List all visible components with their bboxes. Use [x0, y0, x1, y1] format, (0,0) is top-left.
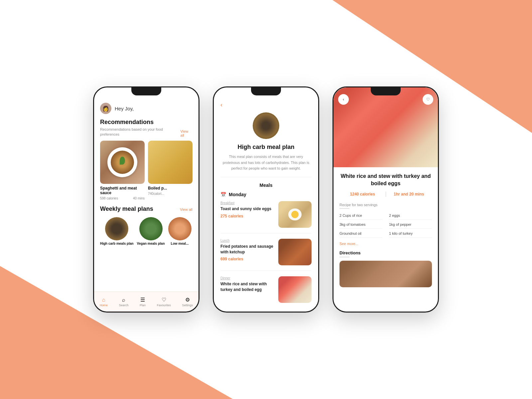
recipe-back-button[interactable]: ‹ — [338, 94, 349, 105]
favourites-icon: ♡ — [162, 297, 166, 303]
recipe-title: White rice and stew with turkey and boil… — [339, 173, 432, 188]
meal-plan-description: This meal plan consists of meals that ar… — [220, 154, 312, 172]
toast-img — [278, 201, 312, 228]
divider-2 — [220, 233, 312, 233]
directions-underline — [339, 257, 349, 257]
boiled-calories: 740calori... — [148, 192, 164, 196]
lunch-image — [278, 239, 312, 265]
low-label: Low meal... — [171, 242, 189, 245]
high-carb-img — [105, 217, 128, 240]
settings-icon: ⚙ — [185, 297, 190, 303]
recommendations-title: Recommendations — [100, 119, 181, 126]
settings-label: Settings — [182, 304, 193, 307]
low-img — [168, 217, 192, 240]
nav-search[interactable]: ⌕ Search — [119, 297, 129, 307]
dinner-image — [278, 276, 312, 303]
rice-img — [278, 276, 312, 303]
p1-header: 👩 Hey Joy, — [100, 103, 193, 114]
rec-card-boiled[interactable]: Boiled p... 740calori... — [148, 141, 193, 200]
greeting-text: Hey Joy, — [115, 106, 134, 111]
recommendations-section: Recommendations Recommendations based on… — [100, 119, 193, 200]
meal-plan-high-carb[interactable]: High carb meals plan — [100, 217, 134, 245]
lunch-text: Lunch Fried potatoes and sausage with ke… — [220, 239, 275, 262]
back-chevron-icon: ‹ — [343, 97, 344, 102]
spaghetti-plate — [107, 147, 137, 177]
vegan-img — [139, 217, 163, 240]
low-icon — [168, 217, 192, 240]
phone-1-content: 👩 Hey Joy, Recommendations Recommendatio… — [94, 87, 199, 245]
meal-plan-title: High carb meal plan — [220, 144, 312, 151]
breakfast-text: Breakfast Toast and sunny side eggs 275 … — [220, 201, 275, 218]
recipe-time: 1hr and 20 mins — [386, 192, 432, 197]
recommendations-header: Recommendations Recommendations based on… — [100, 119, 193, 137]
nav-favourites[interactable]: ♡ Favourites — [157, 297, 171, 307]
meal-plans-list: High carb meals plan Vegan meals plan — [100, 217, 193, 245]
spaghetti-meta: 598 calories 40 mins — [100, 197, 145, 200]
vegan-icon — [139, 217, 163, 240]
lunch-calories: 699 calories — [220, 257, 275, 261]
weekly-meal-plans-section: Weekly meal plans View all High carb mea… — [100, 205, 193, 245]
plan-label: Plan — [140, 304, 146, 307]
phone-2-notch — [251, 87, 281, 95]
meals-label: Meals — [220, 183, 312, 188]
day-header: 📅 Monday — [220, 192, 312, 197]
rec-card-spaghetti[interactable]: Spaghetti and meat sauce 598 calories 40… — [100, 141, 145, 200]
nav-settings[interactable]: ⚙ Settings — [182, 297, 193, 307]
dinner-entry[interactable]: Dinner White rice and stew with turkey a… — [220, 276, 312, 303]
phone-2-screen: ‹ High carb meal plan This meal plan con… — [214, 87, 318, 312]
breakfast-entry[interactable]: Breakfast Toast and sunny side eggs 275 … — [220, 201, 312, 228]
recommendations-view-all[interactable]: View all — [181, 129, 193, 137]
servings-underline — [339, 208, 349, 209]
weekly-title: Weekly meal plans — [100, 205, 153, 212]
home-label: Home — [100, 304, 108, 307]
back-button[interactable]: ‹ — [220, 101, 312, 108]
see-more-link[interactable]: See more... — [339, 242, 432, 246]
search-label: Search — [119, 304, 129, 307]
boiled-name: Boiled p... — [148, 186, 193, 191]
nav-plan[interactable]: ☰ Plan — [140, 297, 146, 307]
breakfast-calories: 275 calories — [220, 214, 275, 218]
boiled-image — [148, 141, 193, 184]
breakfast-name: Toast and sunny side eggs — [220, 206, 275, 212]
phone-3-notch — [371, 87, 401, 95]
spaghetti-image — [100, 141, 145, 184]
meal-plan-hero-image — [253, 112, 279, 139]
directions-image — [339, 261, 432, 287]
recipe-heart-button[interactable]: ♡ — [423, 94, 433, 105]
weekly-view-all[interactable]: View all — [180, 207, 193, 211]
lunch-name: Fried potatoes and sausage with ketchup — [220, 244, 275, 255]
meal-plan-low[interactable]: Low meal... — [168, 217, 192, 245]
phone-1-screen: 👩 Hey Joy, Recommendations Recommendatio… — [94, 87, 199, 312]
phone-2-content: ‹ High carb meal plan This meal plan con… — [214, 87, 318, 312]
ingredient-5: Groundnut oil — [339, 231, 382, 238]
nav-home[interactable]: ⌂ Home — [100, 297, 108, 307]
ingredient-6: 1 kilo of turkey — [389, 231, 432, 238]
recipe-servings: Recipe for two servings — [339, 203, 432, 207]
favourites-label: Favourites — [157, 304, 171, 307]
recipe-calories: 1240 calories — [339, 192, 386, 197]
heart-icon: ♡ — [426, 97, 430, 102]
home-icon: ⌂ — [102, 297, 105, 303]
divider-3 — [220, 271, 312, 271]
lunch-type: Lunch — [220, 239, 275, 242]
calendar-icon: 📅 — [220, 192, 226, 197]
ingredient-3: 3kg of tomatoes — [339, 222, 382, 229]
high-carb-label: High carb meals plan — [100, 242, 134, 245]
spaghetti-calories: 598 calories — [100, 197, 118, 200]
lunch-entry[interactable]: Lunch Fried potatoes and sausage with ke… — [220, 239, 312, 265]
ingredient-1: 2 Cups of rice — [339, 213, 382, 220]
high-carb-icon — [105, 217, 128, 240]
phone-1-notch — [131, 87, 161, 95]
meal-plan-vegan[interactable]: Vegan meals plan — [137, 217, 165, 245]
recipe-content: White rice and stew with turkey and boil… — [333, 167, 438, 293]
vegan-label: Vegan meals plan — [137, 242, 165, 245]
spaghetti-time: 40 mins — [133, 197, 145, 200]
dinner-text: Dinner White rice and stew with turkey a… — [220, 276, 275, 295]
spaghetti-bg — [100, 141, 145, 184]
dinner-type: Dinner — [220, 276, 275, 280]
divider-1 — [220, 177, 312, 177]
recommendations-cards: Spaghetti and meat sauce 598 calories 40… — [100, 141, 193, 200]
plan-icon: ☰ — [140, 297, 145, 303]
dinner-name: White rice and stew with turkey and boil… — [220, 281, 275, 293]
recipe-meta: 1240 calories 1hr and 20 mins — [339, 192, 432, 197]
